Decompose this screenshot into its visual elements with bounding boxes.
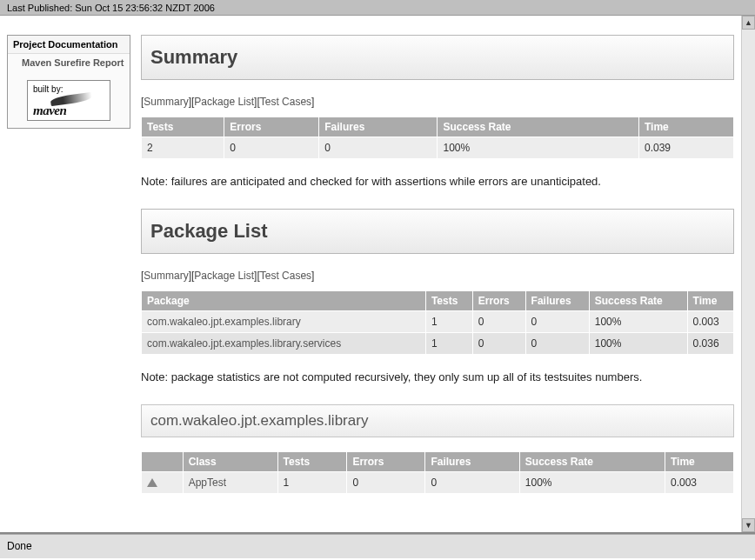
- col-errors: Errors: [347, 452, 425, 472]
- cell-success: 100%: [519, 472, 665, 494]
- link-summary[interactable]: Summary: [144, 270, 188, 282]
- package-note: Note: package statistics are not compute…: [141, 370, 734, 383]
- vertical-scrollbar[interactable]: ▲ ▼: [741, 16, 755, 532]
- feather-icon: [50, 92, 93, 107]
- link-package-list[interactable]: Package List: [194, 96, 254, 108]
- cell-failures: 0: [425, 472, 519, 494]
- col-tests: Tests: [142, 117, 224, 137]
- cell-time: 0.036: [687, 333, 733, 355]
- maven-logo[interactable]: built by: maven: [27, 80, 110, 121]
- built-by-label: built by:: [33, 84, 63, 94]
- cell-failures: 0: [525, 311, 589, 333]
- sidebar-item-surefire[interactable]: Maven Surefire Report: [8, 54, 130, 73]
- package-link[interactable]: com.wakaleo.jpt.examples.library: [147, 316, 301, 328]
- col-failures: Failures: [525, 291, 589, 311]
- table-row: com.wakaleo.jpt.examples.library 1 0 0 1…: [142, 311, 734, 333]
- table-header-row: Package Tests Errors Failures Success Ra…: [142, 291, 734, 311]
- scroll-down-icon[interactable]: ▼: [742, 518, 755, 532]
- status-text: Done: [7, 540, 32, 552]
- cell-success: 100%: [589, 333, 687, 355]
- col-success: Success Rate: [519, 452, 665, 472]
- col-tests: Tests: [277, 452, 347, 472]
- link-test-cases[interactable]: Test Cases: [260, 96, 311, 108]
- package-list-table: Package Tests Errors Failures Success Ra…: [141, 290, 734, 355]
- cell-errors: 0: [347, 472, 425, 494]
- cell-errors: 0: [472, 333, 525, 355]
- table-row: 2 0 0 100% 0.039: [142, 137, 734, 159]
- warning-icon: [147, 478, 157, 487]
- table-header-row: Tests Errors Failures Success Rate Time: [142, 117, 734, 137]
- sidebar-box: Project Documentation Maven Surefire Rep…: [7, 35, 130, 129]
- summary-table: Tests Errors Failures Success Rate Time …: [141, 117, 734, 159]
- col-time: Time: [687, 291, 733, 311]
- col-time: Time: [665, 452, 733, 472]
- table-row: com.wakaleo.jpt.examples.library.service…: [142, 333, 734, 355]
- maven-text: maven: [33, 103, 66, 117]
- cell-tests: 1: [425, 333, 472, 355]
- package-detail-name: com.wakaleo.jpt.examples.library: [150, 412, 725, 430]
- table-header-row: Class Tests Errors Failures Success Rate…: [142, 452, 734, 472]
- link-summary[interactable]: Summary: [144, 96, 188, 108]
- col-failures: Failures: [425, 452, 519, 472]
- class-table: Class Tests Errors Failures Success Rate…: [141, 451, 734, 494]
- col-errors: Errors: [224, 117, 319, 137]
- col-failures: Failures: [319, 117, 438, 137]
- cell-failures: 0: [319, 137, 438, 159]
- cell-tests: 2: [142, 137, 224, 159]
- content-area: Summary [Summary][Package List][Test Cas…: [137, 16, 741, 532]
- col-errors: Errors: [472, 291, 525, 311]
- cell-success: 100%: [589, 311, 687, 333]
- summary-note: Note: failures are anticipated and check…: [141, 175, 734, 188]
- summary-section-header: Summary: [141, 35, 734, 80]
- status-bar: Done: [0, 534, 755, 558]
- cell-failures: 0: [525, 333, 589, 355]
- link-package-list[interactable]: Package List: [194, 270, 254, 282]
- col-tests: Tests: [425, 291, 472, 311]
- sidebar-title: Project Documentation: [8, 36, 130, 54]
- table-row: AppTest 1 0 0 100% 0.003: [142, 472, 734, 494]
- cell-errors: 0: [224, 137, 319, 159]
- col-package: Package: [142, 291, 426, 311]
- cell-time: 0.003: [665, 472, 733, 494]
- last-published-text: Last Published: Sun Oct 15 23:56:32 NZDT…: [7, 3, 215, 13]
- package-nav-links: [Summary][Package List][Test Cases]: [141, 270, 734, 282]
- cell-tests: 1: [425, 311, 472, 333]
- package-list-section-header: Package List: [141, 209, 734, 254]
- cell-time: 0.039: [639, 137, 734, 159]
- cell-tests: 1: [277, 472, 347, 494]
- sidebar: Project Documentation Maven Surefire Rep…: [0, 16, 137, 532]
- col-time: Time: [639, 117, 734, 137]
- col-success: Success Rate: [438, 117, 639, 137]
- col-icon: [142, 452, 184, 472]
- last-published-bar: Last Published: Sun Oct 15 23:56:32 NZDT…: [0, 0, 755, 16]
- col-class: Class: [183, 452, 277, 472]
- summary-heading: Summary: [150, 46, 725, 69]
- cell-icon: [142, 472, 184, 494]
- scroll-up-icon[interactable]: ▲: [742, 16, 755, 30]
- package-link[interactable]: com.wakaleo.jpt.examples.library.service…: [147, 337, 341, 350]
- col-success: Success Rate: [589, 291, 687, 311]
- package-list-heading: Package List: [150, 220, 725, 243]
- cell-time: 0.003: [687, 311, 733, 333]
- summary-nav-links: [Summary][Package List][Test Cases]: [141, 96, 734, 108]
- maven-logo-wrap: built by: maven: [8, 73, 130, 128]
- link-test-cases[interactable]: Test Cases: [260, 270, 311, 282]
- package-detail-header: com.wakaleo.jpt.examples.library: [141, 404, 734, 437]
- cell-errors: 0: [472, 311, 525, 333]
- cell-success: 100%: [438, 137, 639, 159]
- class-link[interactable]: AppTest: [189, 477, 226, 489]
